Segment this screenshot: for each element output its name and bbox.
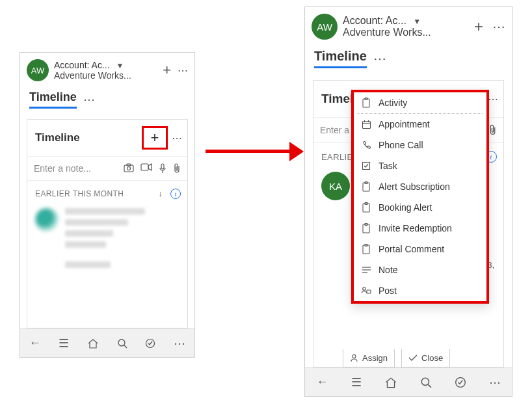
- record-subtitle: Adventure Works...: [343, 27, 469, 38]
- action-strip: Assign Close: [343, 349, 499, 367]
- note-icon: [360, 266, 372, 274]
- home-icon[interactable]: [384, 377, 397, 388]
- microphone-icon[interactable]: [159, 163, 166, 174]
- record-title-block: Account: Ac... ▼ Adventure Works...: [343, 15, 469, 38]
- svg-line-7: [124, 345, 127, 348]
- add-activity-menu: Activity Appointment Phone Call Task Ale…: [351, 90, 489, 304]
- menu-item-phone-call[interactable]: Phone Call: [354, 135, 486, 155]
- clipboard-icon: [360, 202, 372, 213]
- task-icon[interactable]: [145, 338, 155, 349]
- timeline-card-title: Timeline: [35, 131, 80, 144]
- chevron-down-icon[interactable]: ▼: [116, 61, 124, 70]
- search-icon[interactable]: [420, 377, 432, 388]
- phone-icon: [360, 140, 372, 150]
- item-avatar: [35, 208, 59, 232]
- tab-more-icon[interactable]: ⋯: [373, 51, 386, 66]
- clipboard-icon: [360, 181, 372, 192]
- record-subtitle: Adventure Works...: [54, 70, 157, 81]
- svg-point-2: [127, 167, 131, 170]
- record-title-block: Account: Ac... ▼ Adventure Works...: [54, 60, 157, 81]
- svg-rect-3: [141, 164, 148, 170]
- tabs-row: Timeline ⋯: [20, 85, 194, 109]
- tab-timeline[interactable]: Timeline: [29, 90, 77, 109]
- item-content: [65, 208, 180, 272]
- timeline-more-icon[interactable]: ⋯: [488, 93, 498, 105]
- record-title: Account: Ac... ▼: [54, 60, 157, 70]
- more-icon[interactable]: ⋯: [492, 19, 505, 34]
- svg-point-29: [363, 287, 366, 290]
- timeline-card-header: Timeline + ⋯: [27, 120, 187, 157]
- mobile-screen-right: AW Account: Ac... ▼ Adventure Works... +…: [304, 7, 512, 397]
- svg-point-32: [421, 378, 429, 385]
- person-icon: [350, 354, 358, 362]
- attachment-icon[interactable]: [173, 163, 181, 174]
- tab-more-icon[interactable]: ⋯: [83, 92, 95, 107]
- svg-point-6: [118, 339, 125, 346]
- attachment-icon[interactable]: [488, 124, 497, 136]
- nav-more-icon[interactable]: ⋯: [174, 336, 185, 351]
- timeline-card: Timeline + ⋯ Enter a note... EARLIER THI…: [313, 80, 504, 367]
- svg-rect-30: [367, 290, 371, 293]
- menu-item-post[interactable]: Post: [354, 280, 486, 301]
- camera-icon[interactable]: [124, 163, 134, 174]
- svg-rect-4: [161, 164, 164, 169]
- menu-item-invite-redemption[interactable]: Invite Redemption: [354, 218, 486, 239]
- calendar-icon: [360, 120, 372, 129]
- record-header: AW Account: Ac... ▼ Adventure Works... +…: [20, 53, 194, 85]
- menu-item-activity[interactable]: Activity: [354, 92, 486, 113]
- clipboard-icon: [360, 98, 372, 108]
- info-icon[interactable]: i: [170, 189, 181, 199]
- avatar: AW: [27, 59, 49, 81]
- add-icon[interactable]: +: [163, 62, 171, 79]
- post-icon: [360, 286, 372, 296]
- menu-item-appointment[interactable]: Appointment: [354, 114, 486, 135]
- menu-icon[interactable]: ☰: [351, 375, 362, 390]
- clipboard-icon: [360, 244, 372, 254]
- timeline-item: [27, 204, 187, 282]
- note-input[interactable]: Enter a note...: [34, 163, 118, 174]
- menu-item-booking-alert[interactable]: Booking Alert: [354, 197, 486, 218]
- section-earlier: EARLIER THIS MONTH ↓ i: [27, 181, 187, 204]
- svg-rect-13: [362, 121, 370, 128]
- home-icon[interactable]: [87, 338, 99, 349]
- menu-item-note[interactable]: Note: [354, 259, 486, 280]
- assign-button[interactable]: Assign: [343, 349, 395, 367]
- search-icon[interactable]: [117, 338, 127, 349]
- section-label-text: EARLIER THIS MONTH: [35, 189, 124, 198]
- record-header: AW Account: Ac... ▼ Adventure Works... +…: [305, 7, 512, 44]
- checkbox-icon: [360, 161, 372, 170]
- timeline-add-button[interactable]: +: [142, 126, 168, 150]
- check-icon: [408, 354, 418, 362]
- item-avatar: KA: [321, 172, 350, 200]
- more-icon[interactable]: ⋯: [178, 64, 188, 77]
- back-icon[interactable]: ←: [317, 375, 328, 389]
- clipboard-icon: [360, 223, 372, 233]
- menu-item-task[interactable]: Task: [354, 155, 486, 176]
- svg-point-31: [352, 355, 356, 358]
- video-icon[interactable]: [140, 163, 152, 174]
- sort-icon[interactable]: ↓: [159, 189, 163, 198]
- menu-icon[interactable]: ☰: [59, 336, 69, 351]
- mobile-screen-left: AW Account: Ac... ▼ Adventure Works... +…: [20, 52, 195, 358]
- arrow-head-icon: [289, 142, 304, 161]
- record-title: Account: Ac... ▼: [343, 15, 469, 27]
- close-button[interactable]: Close: [401, 349, 450, 367]
- svg-line-33: [428, 384, 431, 388]
- chevron-down-icon[interactable]: ▼: [413, 17, 421, 26]
- tab-timeline[interactable]: Timeline: [314, 49, 367, 68]
- add-icon[interactable]: +: [474, 18, 483, 36]
- menu-item-portal-comment[interactable]: Portal Comment: [354, 239, 486, 259]
- timeline-more-icon[interactable]: ⋯: [172, 132, 182, 144]
- arrow-icon: [206, 150, 290, 153]
- bottom-nav: ← ☰ ⋯: [305, 367, 512, 396]
- menu-item-alert-subscription[interactable]: Alert Subscription: [354, 176, 486, 197]
- back-icon[interactable]: ←: [29, 336, 41, 350]
- nav-more-icon[interactable]: ⋯: [489, 375, 501, 390]
- avatar: AW: [312, 14, 338, 40]
- bottom-nav: ← ☰ ⋯: [20, 328, 194, 357]
- note-entry-row: Enter a note...: [27, 157, 187, 181]
- task-icon[interactable]: [455, 377, 466, 388]
- timeline-card: Timeline + ⋯ Enter a note... EARLIER THI…: [27, 119, 188, 328]
- tabs-row: Timeline ⋯: [305, 44, 512, 68]
